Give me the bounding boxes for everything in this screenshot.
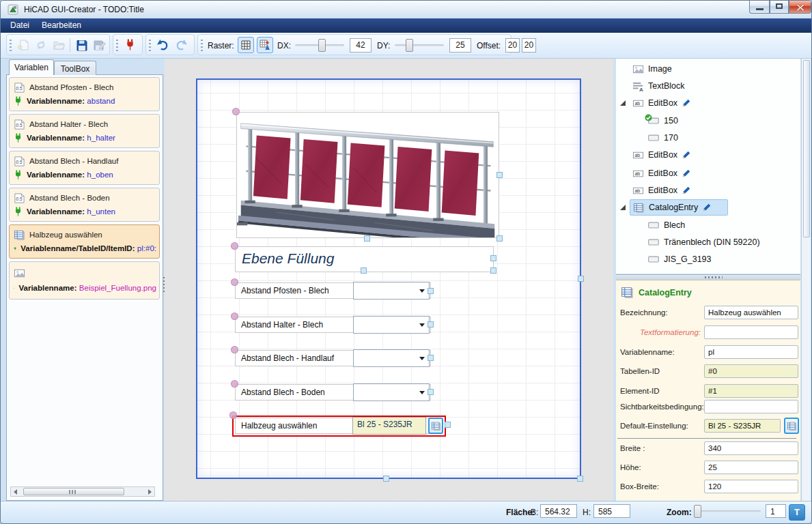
tree-item-image[interactable]: Image bbox=[632, 61, 789, 77]
tree-item-editbox-2[interactable]: EditBox bbox=[632, 147, 789, 163]
pencil-icon[interactable] bbox=[702, 203, 712, 212]
element-id-field[interactable]: #1 bbox=[704, 384, 798, 398]
anchor-handle[interactable] bbox=[231, 242, 238, 250]
anchor-handle[interactable] bbox=[231, 346, 238, 353]
toolbar-drag-handle[interactable] bbox=[10, 40, 12, 51]
dy-slider[interactable] bbox=[395, 44, 444, 46]
new-button[interactable] bbox=[15, 37, 31, 53]
undo-button[interactable] bbox=[154, 37, 171, 53]
offset-y-field[interactable]: 20 bbox=[522, 38, 536, 53]
anchor-handle[interactable] bbox=[232, 108, 240, 115]
resize-handle[interactable] bbox=[428, 355, 434, 361]
zoom-slider-thumb[interactable] bbox=[694, 505, 701, 518]
resize-handle[interactable] bbox=[490, 267, 496, 274]
tab-toolbox[interactable]: ToolBox bbox=[54, 61, 96, 75]
save-button[interactable] bbox=[74, 37, 90, 53]
resize-handle[interactable] bbox=[578, 276, 584, 282]
dx-value-field[interactable]: 42 bbox=[350, 38, 372, 53]
resize-handle[interactable] bbox=[428, 288, 434, 294]
dropdown-abstand-halter[interactable] bbox=[353, 316, 430, 334]
variable-card-image[interactable]: Variablenname: Beispiel_Fuellung.png bbox=[9, 261, 160, 300]
tree-item-jis[interactable]: JIS_G_3193 bbox=[647, 251, 791, 267]
pencil-icon[interactable] bbox=[682, 169, 691, 178]
design-canvas[interactable]: Ebene Füllung Abstand Pfosten - Blech Ab… bbox=[165, 59, 613, 501]
text-mode-button[interactable]: T bbox=[789, 504, 805, 521]
flaeche-h-field[interactable]: 585 bbox=[593, 504, 630, 518]
tree-item-170[interactable]: 170 bbox=[647, 130, 791, 146]
offset-x-field[interactable]: 20 bbox=[505, 38, 520, 53]
bezeichnung-field[interactable]: Halbzeug auswählen bbox=[704, 306, 798, 319]
vertical-scrollbar[interactable] bbox=[801, 59, 811, 501]
maximize-button[interactable] bbox=[770, 1, 789, 14]
variablenname-field[interactable]: pl bbox=[704, 345, 798, 359]
horizontal-scrollbar[interactable] bbox=[10, 486, 155, 497]
scroll-right-arrow[interactable] bbox=[148, 489, 152, 495]
variable-card-h-unten[interactable]: Abstand Blech - Boden Variablenname: h_u… bbox=[9, 188, 160, 222]
scroll-left-arrow[interactable] bbox=[14, 489, 17, 495]
anchor-handle[interactable] bbox=[231, 278, 238, 286]
resize-handle[interactable] bbox=[496, 235, 503, 242]
tree-item-150[interactable]: 150 bbox=[647, 113, 791, 129]
zoom-value-field[interactable]: 1 bbox=[766, 504, 786, 518]
dx-slider[interactable] bbox=[295, 44, 344, 46]
toolbar-drag-handle[interactable] bbox=[116, 40, 118, 51]
scrollbar-thumb[interactable] bbox=[803, 60, 810, 237]
connect-button[interactable] bbox=[122, 37, 138, 53]
tree-item-blech[interactable]: Blech bbox=[647, 217, 791, 233]
close-button[interactable] bbox=[789, 1, 811, 14]
dropdown-abstand-handlauf[interactable] bbox=[353, 349, 430, 367]
resize-handle[interactable] bbox=[428, 321, 434, 328]
menu-datei[interactable]: Datei bbox=[10, 20, 29, 30]
variable-card-h-oben[interactable]: Abstand Blech - Handlauf Variablenname: … bbox=[9, 151, 160, 185]
textformatierung-field[interactable] bbox=[704, 325, 798, 339]
toolbar-drag-handle[interactable] bbox=[149, 40, 151, 51]
anchor-handle[interactable] bbox=[229, 411, 237, 419]
expander-icon[interactable] bbox=[620, 205, 626, 210]
resize-handle[interactable] bbox=[496, 172, 503, 178]
dropdown-abstand-boden[interactable] bbox=[353, 383, 430, 401]
reload-button[interactable] bbox=[33, 37, 49, 53]
sichtbarkeit-field[interactable] bbox=[704, 400, 798, 413]
resize-handle[interactable] bbox=[383, 476, 389, 482]
redo-button[interactable] bbox=[173, 37, 190, 53]
minimize-button[interactable] bbox=[749, 1, 770, 14]
dy-slider-thumb[interactable] bbox=[406, 39, 413, 52]
hoehe-field[interactable]: 25 bbox=[704, 461, 798, 474]
title-bar[interactable]: HiCAD GUI-Creator - TODO:Title bbox=[1, 1, 811, 18]
grid-snap-toggle-button[interactable] bbox=[257, 37, 273, 53]
image-element[interactable] bbox=[236, 112, 499, 238]
resize-handle[interactable] bbox=[490, 255, 496, 261]
tab-variablen[interactable]: Variablen bbox=[9, 59, 54, 75]
pencil-icon[interactable] bbox=[682, 150, 691, 160]
grid-toggle-button[interactable] bbox=[238, 37, 254, 53]
resize-handle[interactable] bbox=[445, 422, 451, 428]
open-button[interactable] bbox=[51, 37, 67, 53]
flaeche-b-field[interactable]: 564.32 bbox=[540, 504, 577, 518]
default-catalog-browse-button[interactable] bbox=[784, 418, 799, 434]
resize-handle[interactable] bbox=[361, 267, 367, 274]
breite-field[interactable]: 340 bbox=[704, 441, 798, 455]
menu-bearbeiten[interactable]: Bearbeiten bbox=[42, 20, 81, 30]
pencil-icon[interactable] bbox=[682, 98, 691, 108]
variable-card-h-halter[interactable]: Abstand Halter - Blech Variablenname: h_… bbox=[9, 114, 160, 148]
zoom-slider[interactable] bbox=[694, 510, 761, 512]
expander-icon[interactable] bbox=[620, 100, 626, 106]
tree-item-editbox-1[interactable]: EditBox bbox=[632, 95, 789, 111]
box-breite-field[interactable]: 120 bbox=[704, 480, 798, 493]
resize-handle[interactable] bbox=[428, 389, 434, 395]
anchor-handle[interactable] bbox=[231, 380, 238, 388]
tabellen-id-field[interactable]: #0 bbox=[704, 364, 798, 378]
tree-item-catalogentry[interactable]: CatalogEntry bbox=[630, 199, 728, 216]
variable-card-abstand[interactable]: Abstand Pfosten - Blech Variablenname: a… bbox=[9, 77, 160, 111]
dropdown-abstand-pfosten[interactable] bbox=[353, 282, 430, 300]
toolbar-drag-handle[interactable] bbox=[201, 40, 203, 51]
resize-handle[interactable] bbox=[364, 235, 370, 242]
dx-slider-thumb[interactable] bbox=[318, 39, 326, 52]
dy-value-field[interactable]: 25 bbox=[449, 38, 471, 53]
pencil-icon[interactable] bbox=[682, 186, 691, 195]
scrollbar-thumb[interactable] bbox=[23, 488, 124, 495]
tree-item-textblock[interactable]: TextBlock bbox=[632, 78, 789, 94]
resize-handle[interactable] bbox=[577, 476, 583, 482]
tree-item-traenenblech[interactable]: Tränenblech (DIN 59220) bbox=[647, 234, 791, 250]
variable-card-halbzeug[interactable]: Halbzeug auswählen Variablenname/TableID… bbox=[9, 224, 160, 259]
